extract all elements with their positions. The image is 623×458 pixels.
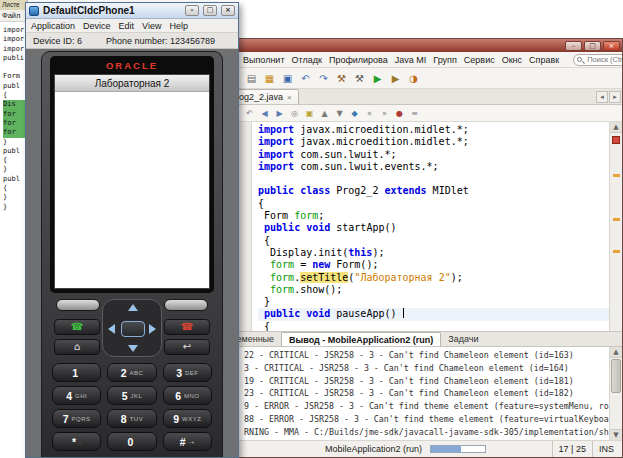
- output-tabbar[interactable]: Переменные Вывод - MobileApplication2 (r…: [239, 332, 622, 347]
- emulator-minimize-button[interactable]: –: [185, 5, 199, 16]
- code-area[interactable]: import javax.microedition.midlet.*;impor…: [252, 122, 609, 331]
- scroll-up-icon[interactable]: ▲: [610, 122, 622, 133]
- build-icon[interactable]: ⚒: [334, 71, 349, 86]
- ide-titlebar[interactable]: – □ ×: [239, 39, 622, 52]
- dpad-up-icon[interactable]: [128, 304, 138, 311]
- shift-left-icon[interactable]: «: [363, 107, 376, 120]
- shift-right-icon[interactable]: »: [378, 107, 391, 120]
- code-line[interactable]: public void startApp(): [258, 222, 609, 234]
- code-line[interactable]: public class Prog2_2 extends MIDlet: [258, 185, 609, 197]
- right-softkey-button[interactable]: [164, 299, 208, 311]
- find-selection-icon[interactable]: ◎: [288, 107, 301, 120]
- menu-item[interactable]: Отладк: [292, 55, 322, 65]
- ide-close-button[interactable]: ×: [603, 41, 620, 51]
- scroll-down-icon[interactable]: ▼: [610, 429, 622, 440]
- menu-item[interactable]: Edit: [119, 21, 135, 31]
- ide-maximize-button[interactable]: □: [584, 41, 601, 51]
- code-line[interactable]: Form form;: [258, 210, 609, 222]
- menu-item[interactable]: Профилирова: [329, 55, 388, 65]
- emulator-close-button[interactable]: ×: [221, 5, 235, 16]
- console-scrollbar[interactable]: ▲ ▼: [609, 347, 622, 440]
- menu-item[interactable]: Справк: [529, 55, 559, 65]
- code-line[interactable]: import com.sun.lwuit.events.*;: [258, 161, 609, 173]
- forward-icon[interactable]: ▶: [273, 107, 286, 120]
- comment-icon[interactable]: ≡: [408, 107, 421, 120]
- error-stripe[interactable]: ▲: [609, 122, 622, 331]
- undo-icon[interactable]: ↶: [298, 71, 313, 86]
- ide-menubar[interactable]: ВыполнитОтладкПрофилироваJava MIГруппСер…: [239, 52, 622, 68]
- macro-icon[interactable]: ●: [393, 107, 406, 120]
- open-project-icon[interactable]: ▦: [262, 71, 277, 86]
- call-button[interactable]: ☎: [54, 319, 100, 335]
- scroll-up-icon[interactable]: ▲: [610, 347, 622, 358]
- background-document-window[interactable]: Листе Файл imporimporimporpubliFormpubl{…: [0, 0, 28, 458]
- error-mark[interactable]: [612, 136, 620, 144]
- dpad-right-icon[interactable]: [149, 324, 156, 334]
- left-softkey-button[interactable]: [56, 299, 100, 311]
- save-all-icon[interactable]: ▣: [280, 71, 295, 86]
- editor-tabbar[interactable]: Prog2_2.java × ◂ ▸: [239, 89, 622, 105]
- menu-item[interactable]: Java MI: [395, 55, 427, 65]
- keypad-key-#[interactable]: #-+: [163, 432, 212, 451]
- ide-minimize-button[interactable]: –: [565, 41, 582, 51]
- keypad-key-5[interactable]: 5JKL: [107, 386, 156, 405]
- code-editor[interactable]: import javax.microedition.midlet.*;impor…: [239, 122, 622, 331]
- dpad-down-icon[interactable]: [128, 345, 138, 352]
- code-line[interactable]: form = new Form();: [258, 259, 609, 271]
- output-tab-variables[interactable]: Переменные: [239, 332, 281, 346]
- highlight-icon[interactable]: ▣: [303, 107, 316, 120]
- dpad-left-icon[interactable]: [108, 324, 115, 334]
- ide-window[interactable]: – □ × ВыполнитОтладкПрофилироваJava MIГр…: [238, 38, 623, 458]
- prev-occurrence-icon[interactable]: ▲: [318, 107, 331, 120]
- output-panel[interactable]: Переменные Вывод - MobileApplication2 (r…: [239, 331, 622, 440]
- keypad-key-3[interactable]: 3DEF: [163, 363, 212, 382]
- menu-item[interactable]: Device: [83, 21, 111, 31]
- keypad-key-0[interactable]: 0: [107, 432, 156, 451]
- keypad-key-2[interactable]: 2ABC: [107, 363, 156, 382]
- code-line[interactable]: {: [258, 321, 609, 331]
- home-button[interactable]: ⌂: [54, 339, 100, 355]
- menu-item[interactable]: Выполнит: [243, 55, 285, 65]
- redo-icon[interactable]: ↷: [316, 71, 331, 86]
- menu-item[interactable]: Групп: [433, 55, 457, 65]
- code-line[interactable]: {: [258, 198, 609, 210]
- background-window-menu-file[interactable]: Файл: [0, 10, 27, 22]
- tab-close-icon[interactable]: ×: [287, 93, 292, 102]
- code-line[interactable]: form.setTitle("Лабораторная 2");: [258, 272, 609, 284]
- end-call-button[interactable]: ☎: [164, 319, 210, 335]
- output-tab-tasks[interactable]: Задачи: [441, 332, 485, 346]
- back-icon[interactable]: ◀: [258, 107, 271, 120]
- profile-icon[interactable]: ◑: [406, 71, 421, 86]
- console-output[interactable]: 22 - CRITICAL - JSR258 - 3 - Can't find …: [239, 347, 609, 440]
- keypad-key-1[interactable]: 1: [52, 363, 101, 382]
- menu-item[interactable]: Окнс: [502, 55, 522, 65]
- code-line[interactable]: {: [258, 235, 609, 247]
- menu-item[interactable]: Help: [169, 21, 188, 31]
- warning-mark[interactable]: [613, 250, 620, 253]
- keypad-key-7[interactable]: 7PQRS: [52, 409, 101, 428]
- code-line[interactable]: Display.init(this);: [258, 247, 609, 259]
- code-line[interactable]: import com.sun.lwuit.*;: [258, 149, 609, 161]
- keypad-key-*[interactable]: *.: [52, 432, 101, 451]
- clean-build-icon[interactable]: ⚒: [352, 71, 367, 86]
- menu-item[interactable]: View: [142, 21, 161, 31]
- phone-screen[interactable]: Лабораторная 2: [54, 74, 210, 289]
- emulator-maximize-button[interactable]: □: [203, 5, 217, 16]
- quick-search[interactable]: [573, 54, 623, 66]
- task-progressbar[interactable]: [430, 445, 486, 453]
- bookmark-icon[interactable]: ◆: [348, 107, 361, 120]
- last-edit-icon[interactable]: ↶: [243, 107, 256, 120]
- code-line[interactable]: public void pauseApp(): [258, 308, 609, 320]
- keypad-key-4[interactable]: 4GHI: [52, 386, 101, 405]
- code-line[interactable]: [258, 173, 609, 185]
- code-line[interactable]: import javax.microedition.midlet.*;: [258, 124, 609, 136]
- emulator-titlebar[interactable]: DefaultCldcPhone1 – □ ×: [26, 3, 238, 19]
- new-file-icon[interactable]: ▤: [244, 71, 259, 86]
- emulator-menubar[interactable]: ApplicationDeviceEditViewHelp: [26, 19, 238, 33]
- keypad-key-8[interactable]: 8TUV: [107, 409, 156, 428]
- menu-item[interactable]: Сервис: [464, 55, 495, 65]
- code-line[interactable]: }: [258, 296, 609, 308]
- menu-item[interactable]: Application: [31, 21, 75, 31]
- emulator-window[interactable]: DefaultCldcPhone1 – □ × ApplicationDevic…: [25, 2, 239, 458]
- next-occurrence-icon[interactable]: ▼: [333, 107, 346, 120]
